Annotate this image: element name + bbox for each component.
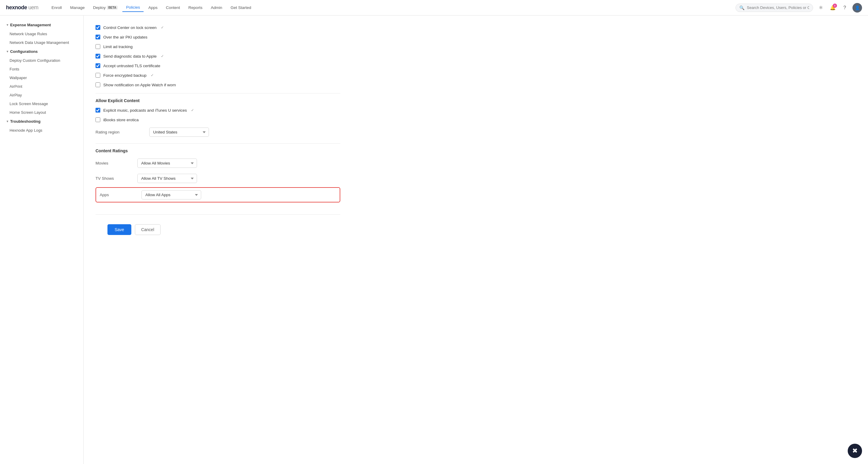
content-ratings-label: Content Ratings [95,148,340,153]
checkbox-row: Over the air PKI updates [95,32,340,42]
sidebar-section-label: Troubleshooting [10,119,40,124]
checkbox-row: Control Center on lock screen✓ [95,23,340,32]
nav-right: 🔍 ⚛ 🔔 6 ? 👤 [736,3,862,12]
sidebar-section-troubleshooting[interactable]: ▼ Troubleshooting [0,117,83,126]
chevron-down-icon: ▼ [6,50,9,53]
checkbox-row: Send diagnostic data to Apple✓ [95,51,340,61]
top-navigation: hexnode uem EnrollManageDeployBETAPolici… [0,0,868,16]
checkbox-send-diagnostic-data-to-apple[interactable] [95,54,100,59]
nav-item-admin[interactable]: Admin [207,4,226,12]
explicit-checkbox-row: iBooks store erotica [95,115,340,125]
nav-item-reports[interactable]: Reports [185,4,206,12]
sidebar-item-hexnode-app-logs[interactable]: Hexnode App Logs [0,126,83,135]
rating-region-row: Rating region United StatesAustraliaCana… [95,125,340,140]
nav-links: EnrollManageDeployBETAPoliciesAppsConten… [48,3,736,12]
search-input[interactable] [747,5,809,10]
nav-item-deploy[interactable]: DeployBETA [90,4,122,12]
notification-badge: 6 [833,4,837,8]
chevron-down-icon: ▼ [6,23,9,27]
nav-item-get-started[interactable]: Get Started [227,4,255,12]
sidebar-item-home-screen-layout[interactable]: Home Screen Layout [0,108,83,117]
checkbox-label: Accept untrusted TLS certificate [103,64,160,68]
main-content: Control Center on lock screen✓Over the a… [84,16,868,464]
save-button[interactable]: Save [107,224,131,235]
verified-icon: ✓ [151,73,154,78]
rating-region-label: Rating region [95,130,143,134]
tv-shows-rating-row: TV Shows Allow All TV ShowsTV-YTV-Y7TV-G… [95,171,340,186]
logo: hexnode uem [6,4,38,11]
checkbox-force-encrypted-backup[interactable] [95,73,100,78]
sidebar-item-deploy-custom-configuration[interactable]: Deploy Custom Configuration [0,56,83,65]
search-bar[interactable]: 🔍 [736,4,813,12]
checkbox-control-center-on-lock-screen[interactable] [95,25,100,30]
sidebar-section-label: Expense Management [10,23,51,27]
verified-icon: ✓ [161,54,164,58]
search-icon: 🔍 [739,5,744,10]
nav-badge: BETA [107,6,118,9]
verified-icon: ✓ [161,25,164,30]
page-layout: ▼ Expense ManagementNetwork Usage RulesN… [0,16,868,464]
help-widget-icon[interactable]: ✖ [848,444,862,458]
explicit-checkbox-row: Explicit music, podcasts and iTunes U se… [95,105,340,115]
movies-rating-select[interactable]: Allow All MoviesGPGPG-13RNC-17Restrict A… [137,159,197,168]
checkbox-row: Force encrypted backup✓ [95,70,340,80]
tv shows-rating-select[interactable]: Allow All TV ShowsTV-YTV-Y7TV-GTV-PGTV-1… [137,174,197,183]
sidebar-item-fonts[interactable]: Fonts [0,65,83,73]
explicit-checkbox-label: iBooks store erotica [103,118,139,122]
movies-rating-row: Movies Allow All MoviesGPGPG-13RNC-17Res… [95,156,340,171]
apps-rating-row-highlighted: Apps Allow All Apps4+9+12+17+Restrict Al… [95,187,340,203]
section-divider [95,93,340,93]
chevron-down-icon: ▼ [6,120,9,123]
cancel-button[interactable]: Cancel [135,224,161,235]
explicit-checkbox-label: Explicit music, podcasts and iTunes U se… [103,108,187,113]
sidebar-item-wallpaper[interactable]: Wallpaper [0,73,83,82]
sidebar-item-airplay[interactable]: AirPlay [0,91,83,99]
checkbox-label: Limit ad tracking [103,44,132,49]
sidebar-item-airprint[interactable]: AirPrint [0,82,83,91]
explicit-checkbox-explicit-music,-podcasts-and-itunes-u-services[interactable] [95,108,100,113]
movies-rating-label: Movies [95,161,131,165]
tv shows-rating-label: TV Shows [95,176,131,181]
checkbox-label: Control Center on lock screen [103,25,157,30]
checkbox-show-notification-on-apple-watch-if-worn[interactable] [95,83,100,87]
nav-item-apps[interactable]: Apps [145,4,161,12]
checkbox-label: Send diagnostic data to Apple [103,54,157,59]
nav-item-manage[interactable]: Manage [67,4,88,12]
nav-item-content[interactable]: Content [162,4,184,12]
rating-region-select[interactable]: United StatesAustraliaCanadaGermanyFranc… [149,127,209,137]
checkbox-row: Accept untrusted TLS certificate [95,61,340,70]
support-icon[interactable]: ⚛ [817,4,825,12]
checkbox-label: Show notification on Apple Watch if worn [103,83,176,87]
sidebar-item-network-data-usage-management[interactable]: Network Data Usage Management [0,38,83,47]
checkbox-label: Force encrypted backup [103,73,147,78]
sidebar-item-lock-screen-message[interactable]: Lock Screen Message [0,99,83,108]
sidebar: ▼ Expense ManagementNetwork Usage RulesN… [0,16,84,464]
help-icon[interactable]: ? [841,4,849,12]
nav-item-enroll[interactable]: Enroll [48,4,66,12]
explicit-checkbox-ibooks-store-erotica[interactable] [95,117,100,122]
checkbox-row: Show notification on Apple Watch if worn [95,80,340,90]
notifications-icon[interactable]: 🔔 6 [829,4,837,12]
apps-rating-select[interactable]: Allow All Apps4+9+12+17+Restrict All App… [142,190,201,199]
checkbox-accept-untrusted-tls-certificate[interactable] [95,63,100,68]
allow-explicit-content-label: Allow Explicit Content [95,98,340,103]
checkbox-limit-ad-tracking[interactable] [95,44,100,49]
bottom-actions: Save Cancel [95,214,340,245]
checkbox-over-the-air-pki-updates[interactable] [95,35,100,39]
sidebar-section-configurations[interactable]: ▼ Configurations [0,47,83,56]
nav-item-policies[interactable]: Policies [122,3,144,12]
sidebar-section-label: Configurations [10,49,38,54]
sidebar-section-expense-management[interactable]: ▼ Expense Management [0,20,83,30]
content-area: Control Center on lock screen✓Over the a… [84,16,352,252]
checkbox-label: Over the air PKI updates [103,35,148,39]
apps-rating-label: Apps [100,193,135,197]
avatar[interactable]: 👤 [852,3,862,12]
verified-icon: ✓ [191,108,194,112]
sidebar-item-network-usage-rules[interactable]: Network Usage Rules [0,30,83,38]
checkbox-row: Limit ad tracking [95,42,340,51]
section-divider-2 [95,143,340,144]
logo-text: hexnode uem [6,4,38,11]
